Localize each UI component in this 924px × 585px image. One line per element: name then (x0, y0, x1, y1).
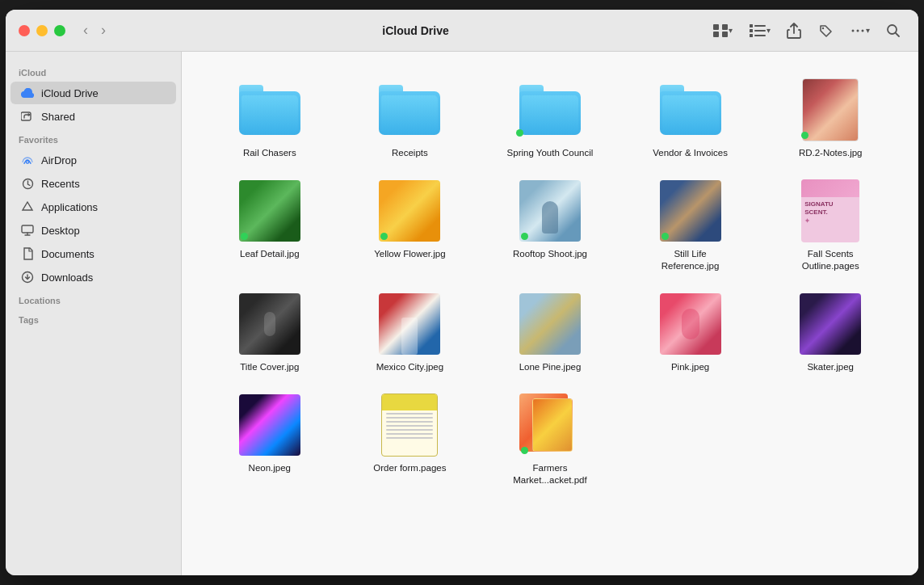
more-button[interactable]: ▾ (845, 19, 875, 42)
svg-rect-18 (22, 225, 33, 233)
sidebar-label-airdrop: AirDrop (41, 154, 77, 166)
cloud-icon (20, 86, 35, 100)
svg-point-14 (888, 25, 897, 34)
file-thumb-rooftop-shoot (518, 179, 582, 243)
svg-rect-4 (750, 24, 753, 27)
file-name-farmers-market: Farmers Market...acket.pdf (506, 462, 594, 486)
sidebar-item-shared[interactable]: Shared (10, 105, 176, 128)
clock-icon (20, 176, 35, 191)
file-item-pink[interactable]: Pink.jpeg (622, 285, 759, 380)
svg-rect-7 (754, 25, 766, 27)
file-name-rd2-notes: RD.2-Notes.jpg (799, 147, 863, 159)
sidebar-item-downloads[interactable]: Downloads (10, 266, 176, 288)
file-item-mexico-city[interactable]: Mexico City.jpeg (342, 285, 479, 380)
file-item-rd2-notes[interactable]: RD.2-Notes.jpg (762, 71, 899, 166)
file-name-neon: Neon.jpeg (249, 462, 291, 474)
file-item-order-form[interactable]: Order form.pages (342, 386, 479, 493)
file-thumb-skater (798, 292, 863, 356)
sidebar-label-applications: Applications (41, 201, 98, 213)
search-button[interactable] (881, 20, 905, 41)
file-thumb-leaf-detail (237, 179, 302, 243)
sidebar-item-recents[interactable]: Recents (10, 172, 176, 195)
file-item-rooftop-shoot[interactable]: Rooftop Shoot.jpg (481, 172, 619, 279)
file-name-pink: Pink.jpeg (671, 361, 709, 373)
main-container: iCloud iCloud Drive (6, 52, 918, 575)
toolbar-right: ▾ ▾ (708, 19, 905, 42)
window-title: iCloud Drive (124, 24, 708, 37)
tag-button[interactable] (813, 19, 838, 42)
svg-rect-15 (21, 112, 31, 120)
sidebar-item-applications[interactable]: Applications (10, 196, 176, 218)
file-item-spring-youth-council[interactable]: Spring Youth Council (481, 71, 619, 166)
file-name-yellow-flower: Yellow Flower.jpg (374, 248, 445, 260)
svg-rect-2 (713, 32, 719, 37)
file-name-mexico-city: Mexico City.jpeg (376, 361, 444, 373)
sidebar-label-shared: Shared (41, 111, 75, 123)
file-item-fall-scents[interactable]: SIGNATUSCENT.✦ Fall Scents Outline.pages (762, 172, 899, 279)
sidebar-label-recents: Recents (41, 178, 80, 190)
sidebar-item-documents[interactable]: Documents (10, 242, 176, 265)
file-item-receipts[interactable]: Receipts (342, 71, 479, 166)
file-thumb-yellow-flower (377, 179, 442, 243)
icon-view-button[interactable]: ▾ (708, 20, 737, 41)
sidebar-label-documents: Documents (41, 248, 94, 260)
sidebar-item-airdrop[interactable]: AirDrop (10, 149, 176, 171)
svg-rect-8 (754, 30, 766, 32)
file-thumb-title-cover (237, 292, 302, 356)
file-thumb-lone-pine (518, 292, 582, 356)
file-thumb-neon (237, 393, 302, 457)
svg-rect-1 (722, 24, 728, 30)
file-thumb-receipts (377, 78, 442, 142)
file-item-farmers-market[interactable]: Farmers Market...acket.pdf (481, 386, 619, 493)
file-item-neon[interactable]: Neon.jpeg (201, 386, 338, 493)
list-view-button[interactable]: ▾ (744, 20, 775, 41)
file-item-vendor-invoices[interactable]: Vendor & Invoices (622, 71, 759, 166)
share-button[interactable] (782, 19, 806, 42)
file-thumb-spring-youth-council (518, 78, 582, 142)
file-item-lone-pine[interactable]: Lone Pine.jpeg (481, 285, 619, 380)
file-grid: Rail Chasers Receipts (201, 71, 899, 493)
file-item-title-cover[interactable]: Title Cover.jpg (201, 285, 338, 380)
desktop-icon (20, 223, 35, 238)
file-name-still-life: Still Life Reference.jpg (646, 248, 735, 272)
file-name-vendor-invoices: Vendor & Invoices (653, 147, 728, 159)
file-thumb-farmers-market (518, 393, 582, 457)
file-item-leaf-detail[interactable]: Leaf Detail.jpg (201, 172, 338, 279)
file-name-fall-scents: Fall Scents Outline.pages (786, 248, 875, 272)
forward-button[interactable]: › (96, 20, 111, 40)
back-button[interactable]: ‹ (78, 20, 93, 40)
file-name-receipts: Receipts (392, 147, 428, 159)
sidebar-section-icloud: iCloud (6, 61, 181, 81)
sidebar-section-favorites: Favorites (6, 128, 181, 148)
svg-rect-5 (750, 29, 753, 32)
file-name-title-cover: Title Cover.jpg (240, 361, 299, 373)
svg-rect-3 (722, 32, 728, 37)
doc-icon (20, 246, 35, 261)
file-thumb-mexico-city (377, 292, 442, 356)
close-button[interactable] (19, 25, 30, 36)
file-thumb-vendor-invoices (658, 78, 723, 142)
file-name-leaf-detail: Leaf Detail.jpg (240, 248, 300, 260)
sidebar-label-desktop: Desktop (41, 225, 80, 237)
file-item-yellow-flower[interactable]: Yellow Flower.jpg (342, 172, 479, 279)
file-item-skater[interactable]: Skater.jpeg (762, 285, 899, 380)
svg-point-10 (822, 27, 824, 28)
svg-rect-0 (713, 24, 719, 30)
file-item-still-life[interactable]: Still Life Reference.jpg (622, 172, 759, 279)
apps-icon (20, 200, 35, 214)
file-name-spring-youth-council: Spring Youth Council (507, 147, 594, 159)
file-thumb-order-form (377, 393, 442, 457)
sidebar-item-desktop[interactable]: Desktop (10, 219, 176, 242)
nav-arrows: ‹ › (78, 20, 111, 40)
sidebar-label-downloads: Downloads (41, 271, 93, 284)
file-name-rail-chasers: Rail Chasers (243, 147, 296, 159)
content-area: Rail Chasers Receipts (182, 52, 918, 575)
sidebar-label-icloud-drive: iCloud Drive (41, 87, 99, 99)
file-item-rail-chasers[interactable]: Rail Chasers (201, 71, 338, 166)
sidebar-item-icloud-drive[interactable]: iCloud Drive (10, 82, 176, 104)
maximize-button[interactable] (54, 25, 65, 36)
file-name-skater: Skater.jpeg (807, 361, 854, 373)
file-thumb-rd2-notes (798, 78, 863, 142)
minimize-button[interactable] (36, 25, 48, 36)
airdrop-icon (20, 153, 35, 167)
